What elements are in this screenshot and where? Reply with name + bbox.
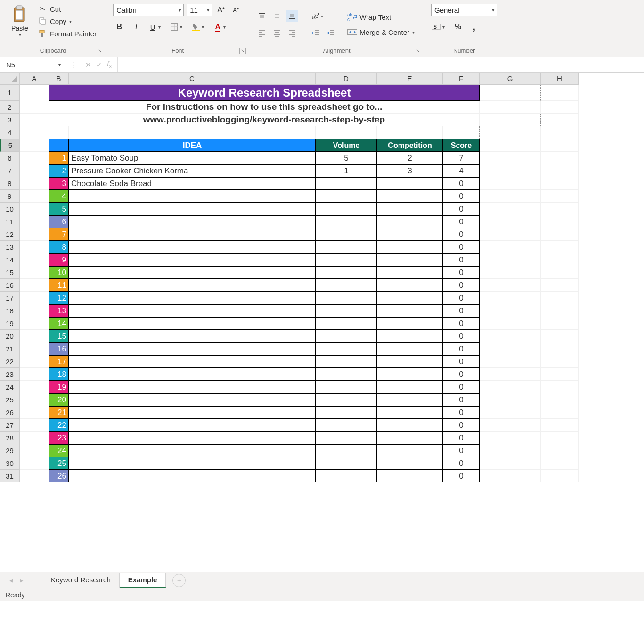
idea-cell[interactable] [69, 304, 316, 317]
row-header-6[interactable]: 6 [0, 152, 20, 164]
cell[interactable] [480, 164, 541, 177]
row-header-30[interactable]: 30 [0, 457, 20, 470]
cell[interactable] [20, 164, 49, 177]
competition-cell[interactable] [377, 470, 443, 482]
score-cell[interactable]: 0 [443, 470, 480, 482]
cell[interactable] [480, 203, 541, 215]
cell[interactable] [541, 228, 579, 241]
volume-cell[interactable] [316, 381, 377, 393]
cell[interactable] [69, 126, 316, 139]
score-cell[interactable]: 0 [443, 355, 480, 368]
row-header-27[interactable]: 27 [0, 419, 20, 432]
cell[interactable] [541, 330, 579, 342]
spreadsheet-grid[interactable]: ABCDEFGH 1234567891011121314151617181920… [0, 73, 644, 572]
cell[interactable] [480, 368, 541, 381]
cell[interactable] [316, 126, 377, 139]
row-header-8[interactable]: 8 [0, 177, 20, 190]
competition-cell[interactable] [377, 444, 443, 457]
cell[interactable] [541, 85, 579, 101]
underline-button[interactable]: U▾ [147, 21, 164, 33]
cancel-formula-button[interactable]: ✕ [85, 61, 91, 69]
score-cell[interactable]: 0 [443, 292, 480, 304]
cell[interactable] [541, 266, 579, 279]
volume-cell[interactable] [316, 355, 377, 368]
score-cell[interactable]: 0 [443, 317, 480, 330]
score-cell[interactable]: 0 [443, 406, 480, 419]
volume-cell[interactable] [316, 419, 377, 432]
volume-cell[interactable] [316, 203, 377, 215]
cell[interactable] [480, 228, 541, 241]
row-header-20[interactable]: 20 [0, 330, 20, 342]
cell[interactable] [480, 470, 541, 482]
score-cell[interactable]: 4 [443, 164, 480, 177]
cell[interactable] [20, 279, 49, 292]
cell[interactable] [541, 215, 579, 228]
idea-cell[interactable] [69, 406, 316, 419]
row-header-7[interactable]: 7 [0, 164, 20, 177]
cell[interactable] [541, 406, 579, 419]
cell[interactable] [20, 381, 49, 393]
competition-cell[interactable] [377, 381, 443, 393]
idea-cell[interactable] [69, 457, 316, 470]
cell[interactable] [541, 164, 579, 177]
volume-cell[interactable] [316, 406, 377, 419]
cell[interactable] [20, 470, 49, 482]
fill-color-button[interactable]: ▾ [190, 21, 207, 33]
competition-cell[interactable] [377, 342, 443, 355]
cell[interactable] [377, 126, 443, 139]
score-cell[interactable]: 0 [443, 266, 480, 279]
volume-cell[interactable] [316, 432, 377, 444]
row-header-12[interactable]: 12 [0, 228, 20, 241]
merge-center-button[interactable]: Merge & Center ▾ [344, 27, 417, 37]
cell[interactable] [541, 444, 579, 457]
cell[interactable] [480, 101, 541, 114]
volume-cell[interactable] [316, 190, 377, 203]
accounting-format-button[interactable]: $▾ [431, 21, 448, 33]
cell[interactable] [541, 457, 579, 470]
cell[interactable] [480, 317, 541, 330]
increase-font-button[interactable]: A▴ [215, 4, 227, 16]
score-cell[interactable]: 0 [443, 177, 480, 190]
cell[interactable] [20, 177, 49, 190]
volume-cell[interactable] [316, 177, 377, 190]
cell[interactable] [20, 215, 49, 228]
row-header-1[interactable]: 1 [0, 85, 20, 101]
fx-button[interactable]: fx [107, 60, 112, 70]
comma-button[interactable]: , [468, 21, 480, 33]
competition-cell[interactable] [377, 317, 443, 330]
column-header-H[interactable]: H [541, 73, 579, 85]
cell[interactable] [480, 215, 541, 228]
column-header-D[interactable]: D [316, 73, 377, 85]
competition-cell[interactable] [377, 368, 443, 381]
row-header-26[interactable]: 26 [0, 406, 20, 419]
tab-prev-button[interactable]: ◂ [9, 576, 13, 585]
tab-next-button[interactable]: ▸ [20, 576, 24, 585]
enter-formula-button[interactable]: ✓ [96, 61, 102, 69]
volume-cell[interactable] [316, 317, 377, 330]
row-header-18[interactable]: 18 [0, 304, 20, 317]
cell[interactable] [480, 432, 541, 444]
idea-cell[interactable] [69, 342, 316, 355]
row-header-17[interactable]: 17 [0, 292, 20, 304]
cell[interactable] [480, 304, 541, 317]
volume-cell[interactable] [316, 266, 377, 279]
cell[interactable] [20, 393, 49, 406]
cell[interactable] [541, 432, 579, 444]
align-top-button[interactable] [256, 10, 268, 22]
idea-cell[interactable] [69, 381, 316, 393]
cell[interactable] [480, 381, 541, 393]
row-header-28[interactable]: 28 [0, 432, 20, 444]
cell[interactable] [20, 114, 49, 126]
cell[interactable] [20, 355, 49, 368]
font-color-button[interactable]: A▾ [212, 21, 229, 33]
cell[interactable] [20, 368, 49, 381]
cell[interactable] [480, 406, 541, 419]
align-left-button[interactable] [256, 27, 268, 39]
score-cell[interactable]: 0 [443, 419, 480, 432]
cell[interactable] [480, 419, 541, 432]
score-cell[interactable]: 0 [443, 457, 480, 470]
volume-cell[interactable] [316, 393, 377, 406]
cell[interactable] [49, 126, 69, 139]
select-all-corner[interactable] [0, 73, 20, 85]
cell[interactable] [20, 266, 49, 279]
